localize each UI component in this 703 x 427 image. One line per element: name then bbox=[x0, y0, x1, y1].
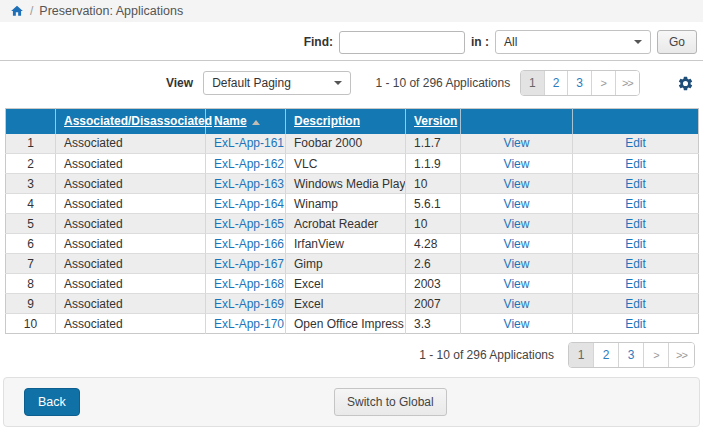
edit-cell: Edit bbox=[573, 134, 699, 154]
edit-cell: Edit bbox=[573, 154, 699, 174]
edit-link[interactable]: Edit bbox=[625, 217, 646, 231]
edit-link[interactable]: Edit bbox=[625, 257, 646, 271]
description-cell: Excel bbox=[286, 274, 406, 294]
column-header-association: Associated/Disassociated bbox=[56, 109, 206, 134]
edit-cell: Edit bbox=[573, 314, 699, 334]
back-button[interactable]: Back bbox=[24, 388, 80, 416]
association-cell: Associated bbox=[56, 234, 206, 254]
description-cell: Open Office Impress bbox=[286, 314, 406, 334]
next-page-button[interactable]: > bbox=[644, 343, 669, 367]
view-cell: View bbox=[461, 294, 573, 314]
row-number-cell: 3 bbox=[6, 174, 56, 194]
page-button-2[interactable]: 2 bbox=[594, 343, 619, 367]
application-name-link[interactable]: ExL-App-167 bbox=[214, 257, 284, 271]
edit-link[interactable]: Edit bbox=[625, 136, 646, 150]
next-page-button[interactable]: > bbox=[592, 71, 616, 95]
column-header-view bbox=[461, 109, 573, 134]
view-cell: View bbox=[461, 194, 573, 214]
row-number-cell: 7 bbox=[6, 254, 56, 274]
version-cell: 1.1.7 bbox=[406, 134, 461, 154]
footer-bar: Back Switch to Global bbox=[3, 377, 700, 427]
find-in-selected-value: All bbox=[504, 35, 517, 49]
last-page-button[interactable]: >> bbox=[616, 71, 640, 95]
description-cell: VLC bbox=[286, 154, 406, 174]
find-input[interactable] bbox=[339, 31, 465, 54]
application-name-link[interactable]: ExL-App-165 bbox=[214, 217, 284, 231]
description-cell: Winamp bbox=[286, 194, 406, 214]
description-cell: Foobar 2000 bbox=[286, 134, 406, 154]
switch-to-global-button[interactable]: Switch to Global bbox=[334, 388, 447, 416]
view-cell: View bbox=[461, 154, 573, 174]
chevron-down-icon bbox=[634, 40, 642, 44]
view-link[interactable]: View bbox=[504, 197, 530, 211]
edit-link[interactable]: Edit bbox=[625, 237, 646, 251]
view-link[interactable]: View bbox=[504, 297, 530, 311]
view-link[interactable]: View bbox=[504, 157, 530, 171]
row-number-cell: 2 bbox=[6, 154, 56, 174]
association-cell: Associated bbox=[56, 154, 206, 174]
edit-cell: Edit bbox=[573, 234, 699, 254]
column-header-name: Name bbox=[206, 109, 286, 134]
row-number-cell: 5 bbox=[6, 214, 56, 234]
edit-link[interactable]: Edit bbox=[625, 157, 646, 171]
table-row: 8AssociatedExL-App-168Excel2003ViewEdit bbox=[6, 274, 699, 294]
page-button-1[interactable]: 1 bbox=[569, 343, 594, 367]
view-link[interactable]: View bbox=[504, 257, 530, 271]
edit-cell: Edit bbox=[573, 254, 699, 274]
column-header-version: Version bbox=[406, 109, 461, 134]
table-row: 4AssociatedExL-App-164Winamp5.6.1ViewEdi… bbox=[6, 194, 699, 214]
view-link[interactable]: View bbox=[504, 277, 530, 291]
edit-link[interactable]: Edit bbox=[625, 317, 646, 331]
version-cell: 3.3 bbox=[406, 314, 461, 334]
description-cell: Gimp bbox=[286, 254, 406, 274]
result-count: 1 - 10 of 296 Applications bbox=[375, 76, 510, 90]
description-cell: Acrobat Reader bbox=[286, 214, 406, 234]
edit-link[interactable]: Edit bbox=[625, 197, 646, 211]
association-cell: Associated bbox=[56, 174, 206, 194]
status-bar: 1 - 10 of 296 Applications 123>>> bbox=[0, 334, 703, 377]
column-header-description: Description bbox=[286, 109, 406, 134]
go-button[interactable]: Go bbox=[657, 30, 697, 54]
view-select[interactable]: Default Paging bbox=[203, 71, 351, 95]
application-name-link[interactable]: ExL-App-161 bbox=[214, 136, 284, 150]
page-button-3[interactable]: 3 bbox=[619, 343, 644, 367]
page-button-3[interactable]: 3 bbox=[568, 71, 592, 95]
view-bar: View Default Paging 1 - 10 of 296 Applic… bbox=[0, 61, 703, 105]
applications-table: Associated/Disassociated Name Descriptio… bbox=[5, 108, 699, 334]
edit-link[interactable]: Edit bbox=[625, 297, 646, 311]
row-number-cell: 4 bbox=[6, 194, 56, 214]
breadcrumb: / Preservation: Applications bbox=[0, 0, 703, 22]
edit-link[interactable]: Edit bbox=[625, 277, 646, 291]
column-header-edit bbox=[573, 109, 699, 134]
view-cell: View bbox=[461, 254, 573, 274]
view-label: View bbox=[166, 76, 193, 90]
breadcrumb-separator: / bbox=[30, 4, 33, 18]
name-cell: ExL-App-166 bbox=[206, 234, 286, 254]
table-header-row: Associated/Disassociated Name Descriptio… bbox=[6, 109, 699, 134]
row-number-cell: 10 bbox=[6, 314, 56, 334]
view-cell: View bbox=[461, 274, 573, 294]
view-link[interactable]: View bbox=[504, 177, 530, 191]
edit-link[interactable]: Edit bbox=[625, 177, 646, 191]
view-link[interactable]: View bbox=[504, 317, 530, 331]
page-button-2[interactable]: 2 bbox=[545, 71, 569, 95]
find-in-select[interactable]: All bbox=[495, 30, 651, 54]
home-icon[interactable] bbox=[10, 4, 24, 18]
application-name-link[interactable]: ExL-App-162 bbox=[214, 157, 284, 171]
last-page-button[interactable]: >> bbox=[669, 343, 694, 367]
version-cell: 5.6.1 bbox=[406, 194, 461, 214]
application-name-link[interactable]: ExL-App-166 bbox=[214, 237, 284, 251]
name-cell: ExL-App-167 bbox=[206, 254, 286, 274]
view-link[interactable]: View bbox=[504, 136, 530, 150]
view-link[interactable]: View bbox=[504, 217, 530, 231]
application-name-link[interactable]: ExL-App-163 bbox=[214, 177, 284, 191]
view-link[interactable]: View bbox=[504, 237, 530, 251]
application-name-link[interactable]: ExL-App-170 bbox=[214, 317, 284, 331]
application-name-link[interactable]: ExL-App-169 bbox=[214, 297, 284, 311]
page-button-1[interactable]: 1 bbox=[521, 71, 545, 95]
application-name-link[interactable]: ExL-App-168 bbox=[214, 277, 284, 291]
applications-table-body: 1AssociatedExL-App-161Foobar 20001.1.7Vi… bbox=[6, 134, 699, 334]
gear-icon[interactable] bbox=[676, 73, 695, 93]
application-name-link[interactable]: ExL-App-164 bbox=[214, 197, 284, 211]
view-cell: View bbox=[461, 234, 573, 254]
